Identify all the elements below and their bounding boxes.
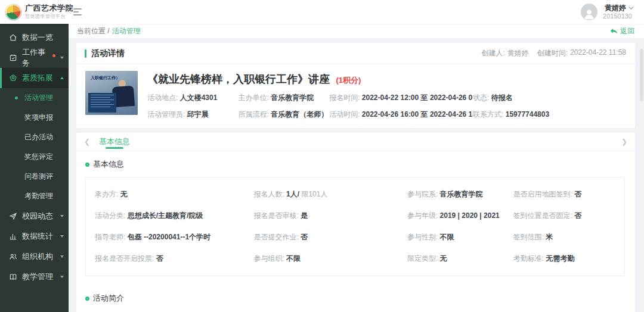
- user-menu[interactable]: 黄婧婷 20150130: [603, 4, 632, 20]
- tab-scroll-right-icon[interactable]: ❯: [621, 138, 627, 145]
- field-undertaker: 承办方: 无: [95, 189, 253, 199]
- caret-down-icon: [60, 57, 64, 59]
- sidebar-item-quality-expansion[interactable]: 素质拓展: [0, 68, 69, 88]
- caret-up-icon: [60, 77, 64, 79]
- activity-detail-panel: 活动详情 创建人: 黄婧婷 创建时间: 2022-04-22 11:58 入职银…: [76, 43, 635, 128]
- basic-info-grid: 承办方: 无 报名人数: 1人/ 限101人 参与院系: 音乐教育学院 是否启用…: [85, 177, 625, 276]
- main: 活动详情 创建人: 黄婧婷 创建时间: 2022-04-22 11:58 入职银…: [69, 38, 644, 312]
- tab-basic-info[interactable]: 基本信息: [99, 133, 130, 151]
- creation-meta: 创建人: 黄婧婷 创建时间: 2022-04-22 11:58: [481, 48, 626, 58]
- section-bullet-icon: [85, 163, 89, 167]
- activity-location: 活动地点: 人文楼4301: [147, 93, 239, 103]
- caret-down-icon: [60, 276, 64, 278]
- section-basic-info: 基本信息: [85, 159, 625, 170]
- caret-down-icon: [60, 255, 64, 258]
- breadcrumb-bar: 当前位置 / 活动管理 返回: [69, 24, 644, 38]
- sidebar-item-work-affairs[interactable]: 工作事务: [0, 48, 69, 68]
- caret-down-icon: [60, 235, 64, 238]
- activity-status: 状态: 待报名: [473, 93, 626, 103]
- sidebar-item-handled-activities[interactable]: 已办活动: [0, 127, 69, 147]
- activity-time: 活动时间: 2022-04-26 16:00 至 2022-04-26 18:0…: [329, 110, 473, 120]
- quality-expansion-submenu: 活动管理 奖项申报 已办活动 奖惩评定 问卷测评 考勤管理: [0, 88, 69, 206]
- sidebar-collapse-icon[interactable]: [73, 8, 83, 15]
- signup-time: 报名时间: 2022-04-22 12:00 至 2022-04-26 09:0…: [329, 93, 473, 103]
- field-checkin-fixed: 签到位置是否固定: 否: [513, 211, 624, 221]
- created-time: 2022-04-22 11:58: [570, 48, 626, 58]
- activity-process: 所属流程: 音乐教育（老师）: [239, 110, 330, 120]
- field-voting: 报名是否开启投票: 否: [95, 254, 253, 264]
- school-logo-icon: [5, 4, 21, 20]
- field-organization: 参与组织: 不限: [253, 254, 407, 264]
- badge-icon: [8, 74, 17, 83]
- header-user-area: 黄婧婷 20150130: [581, 4, 644, 20]
- scrollbar-thumb[interactable]: [640, 49, 643, 101]
- activity-title: 《就业先锋榜样，入职银行工作》讲座: [147, 73, 330, 85]
- field-attendance-standard: 考勤标准: 无需考勤: [513, 254, 624, 264]
- book-icon: [8, 273, 17, 282]
- field-gender: 参与性别: 不限: [407, 232, 513, 242]
- field-signup-count: 报名人数: 1人/ 限101人: [253, 189, 407, 199]
- sidebar-item-data-statistics[interactable]: 数据统计: [0, 226, 69, 247]
- creator-name: 黄婧婷: [507, 48, 529, 58]
- tab-bar: ❮ 基本信息 ❯: [76, 133, 635, 151]
- field-homework: 是否提交作业: 否: [253, 232, 407, 242]
- activity-info: 《就业先锋榜样，入职银行工作》讲座 (1积分) 活动地点: 人文楼4301 主办…: [147, 71, 626, 120]
- sidebar-item-activity-management[interactable]: 活动管理: [0, 88, 69, 108]
- title-accent-bar: [85, 49, 86, 58]
- field-category: 活动分类: 思想成长/主题教育/院级: [95, 211, 253, 221]
- user-id: 20150130: [603, 13, 632, 20]
- breadcrumb-current[interactable]: 活动管理: [112, 26, 141, 36]
- breadcrumb: 当前位置 / 活动管理: [77, 26, 141, 36]
- field-advisor: 指导老师: 包磊 --20200041--1个学时: [95, 232, 253, 242]
- home-icon: [8, 33, 17, 42]
- app-header: 广西艺术学院 智慧团学管理平台 黄婧婷 20150130: [0, 0, 644, 24]
- sidebar-item-teaching-management[interactable]: 教学管理: [0, 267, 69, 287]
- chevron-down-icon: [628, 5, 633, 10]
- sidebar: 数据一览 工作事务 素质拓展 活动管理 奖项申报 已办活动 奖惩评定 问卷测评: [0, 24, 69, 312]
- sidebar-item-data-overview[interactable]: 数据一览: [0, 27, 69, 48]
- field-departments: 参与院系: 音乐教育学院: [407, 189, 513, 199]
- section-bullet-icon: [85, 297, 89, 301]
- section-activity-intro: 活动简介 《就业先锋榜样，入职银行工作》讲座 主讲人：陈钦: [85, 293, 625, 312]
- panel-title: 活动详情: [85, 48, 125, 59]
- field-signup-review: 报名是否审核: 是: [253, 211, 407, 221]
- notification-dot: [52, 54, 55, 57]
- field-map-checkin: 是否启用地图签到: 否: [513, 189, 624, 199]
- user-name: 黄婧婷: [605, 4, 626, 12]
- avatar[interactable]: [581, 4, 597, 20]
- field-limit-type: 限定类型: 无: [407, 254, 513, 264]
- scrollbar: [640, 49, 643, 311]
- sidebar-item-award-application[interactable]: 奖项申报: [0, 108, 69, 127]
- sidebar-item-questionnaire[interactable]: 问卷测评: [0, 167, 69, 186]
- activity-organizer: 主办单位: 音乐教育学院: [239, 93, 330, 103]
- brand: 广西艺术学院 智慧团学管理平台: [0, 4, 69, 20]
- sidebar-item-campus-news[interactable]: 校园动态: [0, 206, 69, 226]
- school-name: 广西艺术学院: [25, 4, 73, 13]
- activity-credit: (1积分): [336, 76, 361, 85]
- tasks-icon: [8, 54, 17, 63]
- activity-admin: 活动管理员: 邱宇晨: [147, 110, 239, 120]
- caret-down-icon: [60, 215, 64, 217]
- back-arrow-icon: [610, 28, 618, 35]
- field-checkin-range: 签到范围: 米: [513, 232, 624, 242]
- field-grades: 参与年级: 2019 | 2020 | 2021: [407, 211, 513, 221]
- contact-phone: 联系方式: 15977744803: [473, 110, 626, 120]
- activity-poster: 入职银行工作）: [85, 71, 138, 115]
- back-button[interactable]: 返回: [610, 26, 634, 36]
- tab-scroll-left-icon[interactable]: ❮: [84, 138, 90, 145]
- tab-content: 基本信息 承办方: 无 报名人数: 1人/ 限101人 参与院系: 音乐教育学院…: [76, 151, 635, 312]
- activity-card: 入职银行工作） 《就业先锋榜样，入职银行工作》讲座 (1积分) 活动地点: 人文…: [76, 64, 635, 128]
- sidebar-item-attendance[interactable]: 考勤管理: [0, 186, 69, 206]
- paper-plane-icon: [8, 212, 17, 221]
- bar-chart-icon: [8, 232, 17, 241]
- sidebar-item-organization[interactable]: 组织机构: [0, 247, 69, 267]
- platform-name: 智慧团学管理平台: [25, 14, 73, 20]
- detail-tabs-panel: ❮ 基本信息 ❯ 基本信息 承办方: 无 报名人数: 1人/ 限101人 参与院…: [76, 133, 635, 312]
- person-icon: [583, 7, 596, 20]
- panel-header: 活动详情 创建人: 黄婧婷 创建时间: 2022-04-22 11:58: [76, 43, 635, 64]
- activity-info-grid: 活动地点: 人文楼4301 主办单位: 音乐教育学院 报名时间: 2022-04…: [147, 93, 626, 120]
- people-icon: [8, 252, 17, 261]
- content-area: 当前位置 / 活动管理 返回 活动详情 创建人: 黄婧婷 创建时间:: [69, 24, 644, 312]
- sidebar-item-reward-punishment[interactable]: 奖惩评定: [0, 147, 69, 167]
